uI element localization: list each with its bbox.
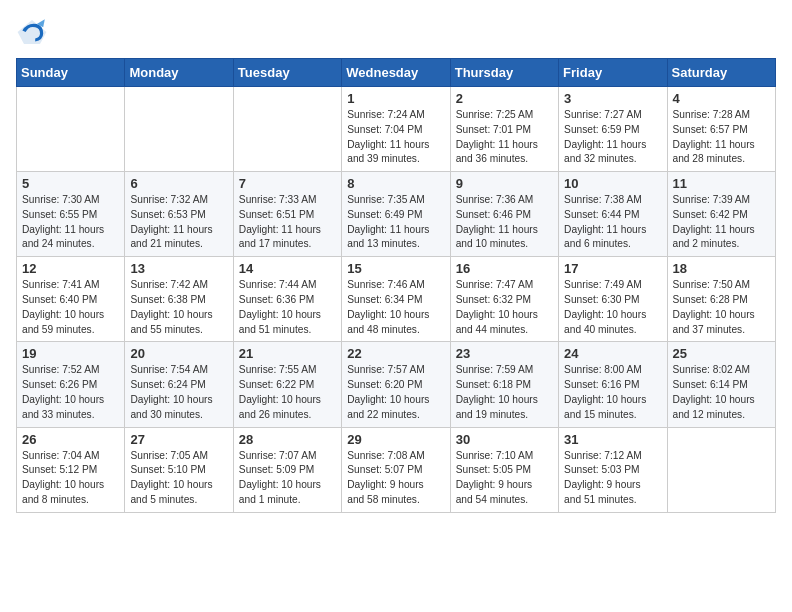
cell-content: Sunrise: 7:24 AM Sunset: 7:04 PM Dayligh…: [347, 108, 444, 167]
calendar-cell: 25Sunrise: 8:02 AM Sunset: 6:14 PM Dayli…: [667, 342, 775, 427]
calendar-cell: [233, 87, 341, 172]
weekday-header-thursday: Thursday: [450, 59, 558, 87]
calendar-cell: 26Sunrise: 7:04 AM Sunset: 5:12 PM Dayli…: [17, 427, 125, 512]
calendar-cell: 30Sunrise: 7:10 AM Sunset: 5:05 PM Dayli…: [450, 427, 558, 512]
calendar-cell: 29Sunrise: 7:08 AM Sunset: 5:07 PM Dayli…: [342, 427, 450, 512]
day-number: 29: [347, 432, 444, 447]
cell-content: Sunrise: 7:07 AM Sunset: 5:09 PM Dayligh…: [239, 449, 336, 508]
cell-content: Sunrise: 7:50 AM Sunset: 6:28 PM Dayligh…: [673, 278, 770, 337]
calendar-header-row: SundayMondayTuesdayWednesdayThursdayFrid…: [17, 59, 776, 87]
cell-content: Sunrise: 7:55 AM Sunset: 6:22 PM Dayligh…: [239, 363, 336, 422]
cell-content: Sunrise: 8:00 AM Sunset: 6:16 PM Dayligh…: [564, 363, 661, 422]
cell-content: Sunrise: 7:30 AM Sunset: 6:55 PM Dayligh…: [22, 193, 119, 252]
day-number: 20: [130, 346, 227, 361]
calendar-cell: 1Sunrise: 7:24 AM Sunset: 7:04 PM Daylig…: [342, 87, 450, 172]
calendar-cell: 4Sunrise: 7:28 AM Sunset: 6:57 PM Daylig…: [667, 87, 775, 172]
day-number: 26: [22, 432, 119, 447]
calendar-cell: 31Sunrise: 7:12 AM Sunset: 5:03 PM Dayli…: [559, 427, 667, 512]
day-number: 10: [564, 176, 661, 191]
calendar-cell: 13Sunrise: 7:42 AM Sunset: 6:38 PM Dayli…: [125, 257, 233, 342]
cell-content: Sunrise: 7:27 AM Sunset: 6:59 PM Dayligh…: [564, 108, 661, 167]
cell-content: Sunrise: 7:08 AM Sunset: 5:07 PM Dayligh…: [347, 449, 444, 508]
calendar-cell: [125, 87, 233, 172]
day-number: 16: [456, 261, 553, 276]
cell-content: Sunrise: 7:35 AM Sunset: 6:49 PM Dayligh…: [347, 193, 444, 252]
cell-content: Sunrise: 7:33 AM Sunset: 6:51 PM Dayligh…: [239, 193, 336, 252]
cell-content: Sunrise: 7:32 AM Sunset: 6:53 PM Dayligh…: [130, 193, 227, 252]
weekday-header-tuesday: Tuesday: [233, 59, 341, 87]
logo-icon: [16, 16, 48, 48]
day-number: 1: [347, 91, 444, 106]
calendar-cell: 5Sunrise: 7:30 AM Sunset: 6:55 PM Daylig…: [17, 172, 125, 257]
day-number: 22: [347, 346, 444, 361]
calendar-week-row: 19Sunrise: 7:52 AM Sunset: 6:26 PM Dayli…: [17, 342, 776, 427]
calendar-cell: 16Sunrise: 7:47 AM Sunset: 6:32 PM Dayli…: [450, 257, 558, 342]
cell-content: Sunrise: 7:59 AM Sunset: 6:18 PM Dayligh…: [456, 363, 553, 422]
day-number: 28: [239, 432, 336, 447]
calendar-cell: 3Sunrise: 7:27 AM Sunset: 6:59 PM Daylig…: [559, 87, 667, 172]
calendar-cell: 10Sunrise: 7:38 AM Sunset: 6:44 PM Dayli…: [559, 172, 667, 257]
day-number: 25: [673, 346, 770, 361]
calendar-cell: 18Sunrise: 7:50 AM Sunset: 6:28 PM Dayli…: [667, 257, 775, 342]
calendar-cell: [17, 87, 125, 172]
calendar-cell: 8Sunrise: 7:35 AM Sunset: 6:49 PM Daylig…: [342, 172, 450, 257]
calendar-cell: 6Sunrise: 7:32 AM Sunset: 6:53 PM Daylig…: [125, 172, 233, 257]
page-header: [16, 16, 776, 48]
day-number: 7: [239, 176, 336, 191]
calendar-cell: 14Sunrise: 7:44 AM Sunset: 6:36 PM Dayli…: [233, 257, 341, 342]
cell-content: Sunrise: 7:38 AM Sunset: 6:44 PM Dayligh…: [564, 193, 661, 252]
cell-content: Sunrise: 7:28 AM Sunset: 6:57 PM Dayligh…: [673, 108, 770, 167]
cell-content: Sunrise: 7:05 AM Sunset: 5:10 PM Dayligh…: [130, 449, 227, 508]
day-number: 4: [673, 91, 770, 106]
logo: [16, 16, 52, 48]
cell-content: Sunrise: 7:10 AM Sunset: 5:05 PM Dayligh…: [456, 449, 553, 508]
weekday-header-saturday: Saturday: [667, 59, 775, 87]
calendar-table: SundayMondayTuesdayWednesdayThursdayFrid…: [16, 58, 776, 513]
day-number: 2: [456, 91, 553, 106]
calendar-cell: 28Sunrise: 7:07 AM Sunset: 5:09 PM Dayli…: [233, 427, 341, 512]
day-number: 3: [564, 91, 661, 106]
day-number: 11: [673, 176, 770, 191]
day-number: 15: [347, 261, 444, 276]
calendar-week-row: 26Sunrise: 7:04 AM Sunset: 5:12 PM Dayli…: [17, 427, 776, 512]
cell-content: Sunrise: 7:57 AM Sunset: 6:20 PM Dayligh…: [347, 363, 444, 422]
day-number: 8: [347, 176, 444, 191]
calendar-cell: [667, 427, 775, 512]
day-number: 14: [239, 261, 336, 276]
day-number: 23: [456, 346, 553, 361]
calendar-cell: 20Sunrise: 7:54 AM Sunset: 6:24 PM Dayli…: [125, 342, 233, 427]
cell-content: Sunrise: 7:04 AM Sunset: 5:12 PM Dayligh…: [22, 449, 119, 508]
cell-content: Sunrise: 7:44 AM Sunset: 6:36 PM Dayligh…: [239, 278, 336, 337]
day-number: 30: [456, 432, 553, 447]
weekday-header-sunday: Sunday: [17, 59, 125, 87]
day-number: 17: [564, 261, 661, 276]
calendar-cell: 15Sunrise: 7:46 AM Sunset: 6:34 PM Dayli…: [342, 257, 450, 342]
calendar-cell: 12Sunrise: 7:41 AM Sunset: 6:40 PM Dayli…: [17, 257, 125, 342]
day-number: 24: [564, 346, 661, 361]
day-number: 13: [130, 261, 227, 276]
calendar-cell: 24Sunrise: 8:00 AM Sunset: 6:16 PM Dayli…: [559, 342, 667, 427]
calendar-cell: 2Sunrise: 7:25 AM Sunset: 7:01 PM Daylig…: [450, 87, 558, 172]
calendar-cell: 9Sunrise: 7:36 AM Sunset: 6:46 PM Daylig…: [450, 172, 558, 257]
cell-content: Sunrise: 7:42 AM Sunset: 6:38 PM Dayligh…: [130, 278, 227, 337]
calendar-cell: 7Sunrise: 7:33 AM Sunset: 6:51 PM Daylig…: [233, 172, 341, 257]
cell-content: Sunrise: 7:46 AM Sunset: 6:34 PM Dayligh…: [347, 278, 444, 337]
calendar-week-row: 1Sunrise: 7:24 AM Sunset: 7:04 PM Daylig…: [17, 87, 776, 172]
day-number: 21: [239, 346, 336, 361]
cell-content: Sunrise: 7:41 AM Sunset: 6:40 PM Dayligh…: [22, 278, 119, 337]
day-number: 27: [130, 432, 227, 447]
calendar-week-row: 12Sunrise: 7:41 AM Sunset: 6:40 PM Dayli…: [17, 257, 776, 342]
calendar-cell: 11Sunrise: 7:39 AM Sunset: 6:42 PM Dayli…: [667, 172, 775, 257]
calendar-cell: 19Sunrise: 7:52 AM Sunset: 6:26 PM Dayli…: [17, 342, 125, 427]
cell-content: Sunrise: 8:02 AM Sunset: 6:14 PM Dayligh…: [673, 363, 770, 422]
day-number: 9: [456, 176, 553, 191]
cell-content: Sunrise: 7:52 AM Sunset: 6:26 PM Dayligh…: [22, 363, 119, 422]
cell-content: Sunrise: 7:54 AM Sunset: 6:24 PM Dayligh…: [130, 363, 227, 422]
day-number: 31: [564, 432, 661, 447]
cell-content: Sunrise: 7:25 AM Sunset: 7:01 PM Dayligh…: [456, 108, 553, 167]
calendar-cell: 21Sunrise: 7:55 AM Sunset: 6:22 PM Dayli…: [233, 342, 341, 427]
day-number: 12: [22, 261, 119, 276]
day-number: 5: [22, 176, 119, 191]
calendar-week-row: 5Sunrise: 7:30 AM Sunset: 6:55 PM Daylig…: [17, 172, 776, 257]
cell-content: Sunrise: 7:36 AM Sunset: 6:46 PM Dayligh…: [456, 193, 553, 252]
